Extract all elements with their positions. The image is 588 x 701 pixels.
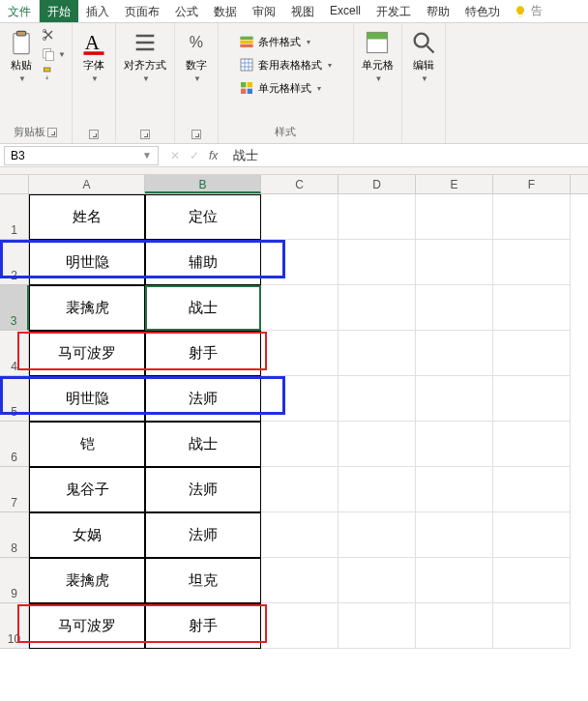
copy-icon[interactable] [41, 46, 56, 62]
cell-A2[interactable]: 明世隐 [29, 240, 145, 285]
tab-special[interactable]: 特色功 [457, 0, 508, 22]
tab-insert[interactable]: 插入 [78, 0, 117, 22]
cell-D10[interactable] [338, 603, 416, 649]
cell-C6[interactable] [261, 422, 338, 467]
cell-B7[interactable]: 法师 [145, 467, 261, 512]
select-all-corner[interactable] [0, 175, 29, 193]
cell-C9[interactable] [261, 558, 338, 603]
cut-icon[interactable] [41, 27, 56, 43]
col-header-B[interactable]: B [145, 175, 261, 193]
cell-D5[interactable] [338, 376, 416, 422]
cell-E8[interactable] [416, 512, 493, 558]
tab-data[interactable]: 数据 [206, 0, 245, 22]
row-header-2[interactable]: 2 [0, 240, 29, 285]
cell-D9[interactable] [338, 558, 416, 603]
dialog-launcher-icon[interactable] [89, 130, 99, 139]
tab-formulas[interactable]: 公式 [167, 0, 206, 22]
chevron-down-icon[interactable]: ▼ [142, 150, 152, 161]
tab-view[interactable]: 视图 [283, 0, 322, 22]
conditional-formatting-button[interactable]: 条件格式▾ [237, 33, 312, 50]
cell-C2[interactable] [261, 240, 338, 285]
dialog-launcher-icon[interactable] [140, 130, 150, 139]
cell-D2[interactable] [338, 240, 416, 285]
cell-B3[interactable]: 战士 [145, 285, 261, 331]
cell-A1[interactable]: 姓名 [29, 194, 145, 240]
formula-input[interactable]: 战士 [225, 147, 588, 164]
cell-F9[interactable] [493, 558, 571, 603]
enter-icon[interactable]: ✓ [190, 149, 199, 162]
col-header-D[interactable]: D [338, 175, 416, 193]
alignment-button[interactable]: 对齐方式 ▼ [122, 27, 168, 85]
cell-A3[interactable]: 裴擒虎 [29, 285, 145, 331]
cell-F2[interactable] [493, 240, 571, 285]
cell-E6[interactable] [416, 422, 493, 467]
tab-excel-addin[interactable]: Excell [322, 0, 368, 22]
cell-D7[interactable] [338, 467, 416, 512]
cell-F4[interactable] [493, 331, 571, 376]
cancel-icon[interactable]: ✕ [170, 149, 180, 162]
cell-C7[interactable] [261, 467, 338, 512]
name-box[interactable]: B3 ▼ [4, 146, 159, 165]
cell-E1[interactable] [416, 194, 493, 240]
cell-B2[interactable]: 辅助 [145, 240, 261, 285]
cell-B5[interactable]: 法师 [145, 376, 261, 422]
row-header-10[interactable]: 10 [0, 603, 29, 649]
row-header-1[interactable]: 1 [0, 194, 29, 240]
cell-F8[interactable] [493, 512, 571, 558]
cell-D1[interactable] [338, 194, 416, 240]
cell-A4[interactable]: 马可波罗 [29, 331, 145, 376]
row-header-7[interactable]: 7 [0, 467, 29, 512]
cell-B1[interactable]: 定位 [145, 194, 261, 240]
cell-E4[interactable] [416, 331, 493, 376]
cell-styles-button[interactable]: 单元格样式▾ [237, 79, 323, 97]
cell-E3[interactable] [416, 285, 493, 331]
dialog-launcher-icon[interactable] [191, 130, 201, 139]
cell-F7[interactable] [493, 467, 571, 512]
cell-D8[interactable] [338, 512, 416, 558]
cell-A5[interactable]: 明世隐 [29, 376, 145, 422]
tab-page-layout[interactable]: 页面布 [117, 0, 167, 22]
cell-A10[interactable]: 马可波罗 [29, 603, 145, 649]
cell-C5[interactable] [261, 376, 338, 422]
cell-E9[interactable] [416, 558, 493, 603]
cell-C4[interactable] [261, 331, 338, 376]
fx-icon[interactable]: fx [209, 149, 218, 162]
col-header-E[interactable]: E [416, 175, 493, 193]
col-header-C[interactable]: C [261, 175, 338, 193]
cell-C8[interactable] [261, 512, 338, 558]
row-header-9[interactable]: 9 [0, 558, 29, 603]
tab-home[interactable]: 开始 [40, 0, 78, 22]
cell-C10[interactable] [261, 603, 338, 649]
col-header-A[interactable]: A [29, 175, 145, 193]
tab-developer[interactable]: 开发工 [368, 0, 419, 22]
cell-C3[interactable] [261, 285, 338, 331]
number-button[interactable]: % 数字 ▼ [181, 27, 212, 85]
cell-C1[interactable] [261, 194, 338, 240]
format-as-table-button[interactable]: 套用表格格式▾ [237, 56, 334, 73]
font-button[interactable]: A 字体 ▼ [78, 27, 109, 85]
editing-button[interactable]: 编辑 ▼ [408, 27, 439, 85]
cell-F3[interactable] [493, 285, 571, 331]
row-header-3[interactable]: 3 [0, 285, 29, 331]
row-header-4[interactable]: 4 [0, 331, 29, 376]
cell-B4[interactable]: 射手 [145, 331, 261, 376]
format-painter-icon[interactable] [41, 66, 56, 81]
cell-B10[interactable]: 射手 [145, 603, 261, 649]
tab-review[interactable]: 审阅 [245, 0, 283, 22]
cell-A9[interactable]: 裴擒虎 [29, 558, 145, 603]
tab-help[interactable]: 帮助 [419, 0, 457, 22]
cell-B6[interactable]: 战士 [145, 422, 261, 467]
cell-E7[interactable] [416, 467, 493, 512]
cell-E10[interactable] [416, 603, 493, 649]
cell-F5[interactable] [493, 376, 571, 422]
cell-D6[interactable] [338, 422, 416, 467]
dialog-launcher-icon[interactable] [47, 128, 57, 137]
cell-D4[interactable] [338, 331, 416, 376]
cell-F10[interactable] [493, 603, 571, 649]
cell-B8[interactable]: 法师 [145, 512, 261, 558]
cell-F1[interactable] [493, 194, 571, 240]
cell-F6[interactable] [493, 422, 571, 467]
cell-A8[interactable]: 女娲 [29, 512, 145, 558]
cell-E2[interactable] [416, 240, 493, 285]
cells-button[interactable]: 单元格 ▼ [360, 27, 396, 85]
